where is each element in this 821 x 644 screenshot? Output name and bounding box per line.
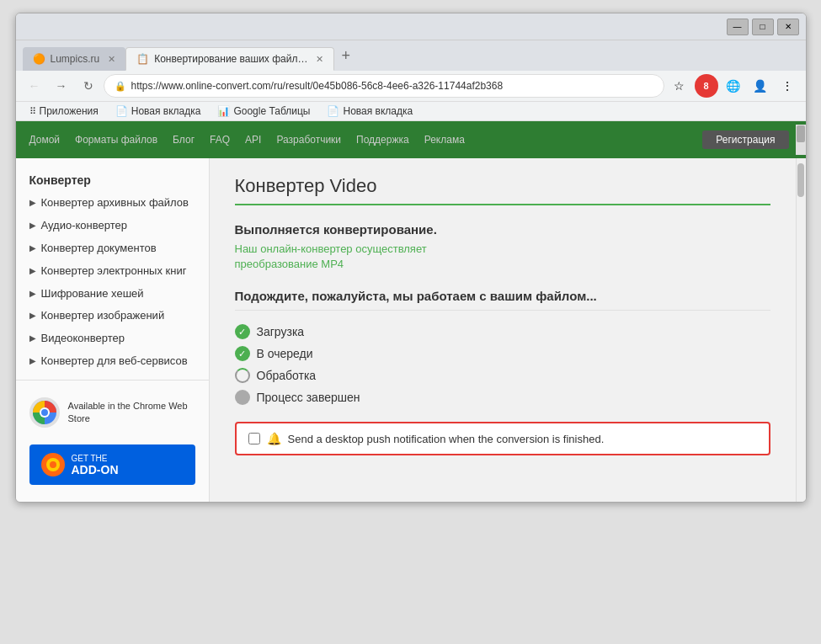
conversion-subtitle: Наш онлайн-конвертер осуществляет преобр… xyxy=(235,242,770,272)
notification-box[interactable]: 🔔 Send a desktop push notification when … xyxy=(235,422,770,455)
main-content: Конвертер Video Выполняется конвертирова… xyxy=(210,158,796,502)
nav-bar: ← → ↻ 🔒 https://www.online-convert.com/r… xyxy=(16,71,806,102)
svg-point-6 xyxy=(50,461,56,468)
header-nav-ads[interactable]: Реклама xyxy=(418,130,472,149)
step-done-icon xyxy=(235,390,250,405)
browser-window: — □ ✕ 🟠 Lumpics.ru ✕ 📋 Конвертирование в… xyxy=(15,13,807,503)
bookmark-sheets[interactable]: 📊 Google Таблицы xyxy=(211,104,317,119)
step-upload-label: Загрузка xyxy=(257,325,305,338)
back-button[interactable]: ← xyxy=(23,74,46,98)
bookmark-apps[interactable]: ⠿ Приложения xyxy=(23,104,105,119)
step-processing: Обработка xyxy=(235,368,770,383)
status-list: ✓ Загрузка ✓ В очереди Обработка Процесс… xyxy=(235,324,770,405)
sidebar-item-images-label: Конвертер изображений xyxy=(41,309,165,323)
sidebar: Конвертер ▶ Конвертер архивных файлов ▶ … xyxy=(16,158,210,502)
sidebar-item-web-label: Конвертер для веб-сервисов xyxy=(41,354,188,369)
sidebar-item-docs-label: Конвертер документов xyxy=(41,242,157,256)
title-bar: — □ ✕ xyxy=(16,13,806,40)
header-nav-formats[interactable]: Форматы файлов xyxy=(68,130,164,149)
header-nav-support[interactable]: Поддержка xyxy=(349,130,416,149)
header-nav-faq[interactable]: FAQ xyxy=(203,130,237,149)
bookmark-star-button[interactable]: ☆ xyxy=(668,74,691,98)
tab-lumpics[interactable]: 🟠 Lumpics.ru ✕ xyxy=(23,47,126,71)
sidebar-divider xyxy=(16,380,209,381)
globe-icon[interactable]: 🌐 xyxy=(722,74,745,98)
sidebar-item-archive[interactable]: ▶ Конвертер архивных файлов xyxy=(16,192,209,215)
header-nav-blog[interactable]: Блог xyxy=(166,130,201,149)
bookmark-apps-label: Приложения xyxy=(40,105,99,117)
sidebar-title: Конвертер xyxy=(16,168,209,192)
bell-icon: 🔔 xyxy=(267,432,281,445)
arrow-icon-hash: ▶ xyxy=(29,289,36,298)
sidebar-item-archive-label: Конвертер архивных файлов xyxy=(41,196,189,210)
sidebar-item-hash-label: Шифрование хешей xyxy=(41,287,144,301)
forward-button[interactable]: → xyxy=(50,74,73,98)
sidebar-item-video[interactable]: ▶ Видеоконвертер xyxy=(16,327,209,350)
bookmark-newtab2-label: Новая вкладка xyxy=(343,105,413,117)
sidebar-item-docs[interactable]: ▶ Конвертер документов xyxy=(16,237,209,260)
wait-divider xyxy=(235,310,770,311)
tab-lumpics-icon: 🟠 xyxy=(33,53,45,65)
maximize-button[interactable]: □ xyxy=(752,19,774,35)
step-processing-icon xyxy=(235,368,250,383)
firefox-addon-text: GET THE ADD-ON xyxy=(72,454,119,476)
sidebar-item-audio[interactable]: ▶ Аудио-конвертер xyxy=(16,215,209,237)
page-body: Конвертер ▶ Конвертер архивных файлов ▶ … xyxy=(16,158,806,502)
extension-icon[interactable]: 8 xyxy=(695,74,718,98)
arrow-icon-audio: ▶ xyxy=(29,221,36,230)
step-queue: ✓ В очереди xyxy=(235,346,770,361)
sidebar-item-ebooks[interactable]: ▶ Конвертер электронных книг xyxy=(16,260,209,283)
sidebar-item-web[interactable]: ▶ Конвертер для веб-сервисов xyxy=(16,350,209,373)
page-title-underline xyxy=(235,204,770,205)
menu-button[interactable]: ⋮ xyxy=(776,74,799,98)
arrow-icon-archive: ▶ xyxy=(29,198,36,207)
tab-converter-close[interactable]: ✕ xyxy=(316,54,323,65)
step-processing-label: Обработка xyxy=(257,369,317,382)
bookmarks-bar: ⠿ Приложения 📄 Новая вкладка 📊 Google Та… xyxy=(16,102,806,121)
doc-icon-2: 📄 xyxy=(327,105,339,117)
arrow-icon-video: ▶ xyxy=(29,333,36,343)
minimize-button[interactable]: — xyxy=(727,19,749,35)
firefox-logo xyxy=(41,453,65,476)
chrome-promo[interactable]: Available in the Chrome Web Store xyxy=(16,387,209,438)
arrow-icon-ebooks: ▶ xyxy=(29,266,36,275)
new-tab-button[interactable]: + xyxy=(334,47,357,65)
firefox-addon-button[interactable]: GET THE ADD-ON xyxy=(29,444,195,485)
address-text: https://www.online-convert.com/ru/result… xyxy=(131,80,504,92)
sheets-icon: 📊 xyxy=(217,105,230,117)
site-header: Домой Форматы файлов Блог FAQ API Разраб… xyxy=(16,121,806,158)
arrow-icon-docs: ▶ xyxy=(29,243,36,253)
sidebar-item-hash[interactable]: ▶ Шифрование хешей xyxy=(16,283,209,306)
step-queue-icon: ✓ xyxy=(235,346,250,361)
user-icon[interactable]: 👤 xyxy=(749,74,772,98)
svg-point-3 xyxy=(41,409,48,416)
scrollbar-vertical[interactable] xyxy=(796,158,806,502)
reload-button[interactable]: ↻ xyxy=(77,74,100,98)
apps-grid-icon: ⠿ xyxy=(29,106,36,117)
sidebar-item-audio-label: Аудио-конвертер xyxy=(41,219,127,233)
notification-checkbox[interactable] xyxy=(248,433,260,444)
register-button[interactable]: Регистрация xyxy=(702,130,788,149)
tab-lumpics-close[interactable]: ✕ xyxy=(108,54,115,65)
scrollbar-thumb[interactable] xyxy=(797,163,804,197)
bookmark-newtab1[interactable]: 📄 Новая вкладка xyxy=(109,104,208,119)
close-button[interactable]: ✕ xyxy=(777,19,799,35)
header-nav-api[interactable]: API xyxy=(238,130,268,149)
tab-converter[interactable]: 📋 Конвертирование ваших файл… ✕ xyxy=(125,47,334,71)
header-nav: Домой Форматы файлов Блог FAQ API Разраб… xyxy=(16,130,703,149)
address-bar[interactable]: 🔒 https://www.online-convert.com/ru/resu… xyxy=(104,74,664,98)
wait-text: Подождите, пожалуйста, мы работаем с ваш… xyxy=(235,289,770,303)
sidebar-item-images[interactable]: ▶ Конвертер изображений xyxy=(16,305,209,327)
chrome-promo-text: Available in the Chrome Web Store xyxy=(68,400,195,426)
sidebar-item-video-label: Видеоконвертер xyxy=(41,332,125,346)
arrow-icon-web: ▶ xyxy=(29,356,36,365)
bookmark-newtab2[interactable]: 📄 Новая вкладка xyxy=(320,104,419,119)
arrow-icon-images: ▶ xyxy=(29,311,36,320)
bookmark-sheets-label: Google Таблицы xyxy=(233,105,310,117)
tab-bar: 🟠 Lumpics.ru ✕ 📋 Конвертирование ваших ф… xyxy=(16,40,806,71)
header-nav-dev[interactable]: Разработчики xyxy=(269,130,348,149)
header-nav-home[interactable]: Домой xyxy=(23,130,67,149)
notification-text: Send a desktop push notification when th… xyxy=(288,433,605,445)
sidebar-item-ebooks-label: Конвертер электронных книг xyxy=(41,264,187,279)
tab-converter-icon: 📋 xyxy=(136,53,149,65)
